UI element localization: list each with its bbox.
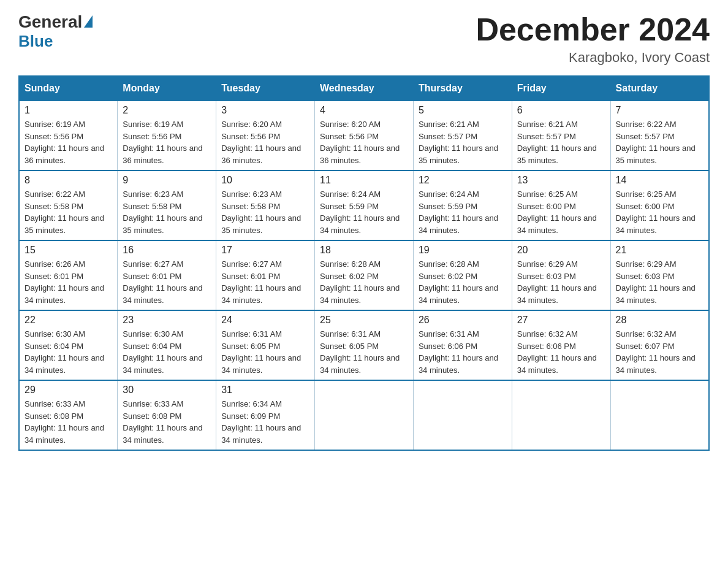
calendar-cell bbox=[610, 380, 709, 450]
calendar-cell: 21 Sunrise: 6:29 AM Sunset: 6:03 PM Dayl… bbox=[610, 240, 709, 310]
day-info: Sunrise: 6:30 AM Sunset: 6:04 PM Dayligh… bbox=[25, 328, 112, 376]
calendar-cell: 26 Sunrise: 6:31 AM Sunset: 6:06 PM Dayl… bbox=[413, 310, 512, 380]
day-info: Sunrise: 6:27 AM Sunset: 6:01 PM Dayligh… bbox=[221, 258, 309, 306]
calendar-cell: 11 Sunrise: 6:24 AM Sunset: 5:59 PM Dayl… bbox=[315, 170, 414, 240]
day-info: Sunrise: 6:32 AM Sunset: 6:07 PM Dayligh… bbox=[616, 328, 703, 376]
day-info: Sunrise: 6:24 AM Sunset: 5:59 PM Dayligh… bbox=[419, 188, 507, 236]
calendar-cell: 15 Sunrise: 6:26 AM Sunset: 6:01 PM Dayl… bbox=[19, 240, 118, 310]
day-of-week-header: Thursday bbox=[413, 76, 512, 101]
day-number: 25 bbox=[320, 315, 408, 326]
day-info: Sunrise: 6:19 AM Sunset: 5:56 PM Dayligh… bbox=[25, 118, 112, 166]
calendar-cell: 4 Sunrise: 6:20 AM Sunset: 5:56 PM Dayli… bbox=[315, 101, 414, 170]
calendar-week-row: 22 Sunrise: 6:30 AM Sunset: 6:04 PM Dayl… bbox=[19, 310, 709, 380]
day-info: Sunrise: 6:32 AM Sunset: 6:06 PM Dayligh… bbox=[517, 328, 605, 376]
day-number: 11 bbox=[320, 175, 408, 186]
day-number: 10 bbox=[221, 175, 309, 186]
logo-triangle-icon bbox=[84, 15, 93, 28]
calendar-cell: 12 Sunrise: 6:24 AM Sunset: 5:59 PM Dayl… bbox=[413, 170, 512, 240]
calendar-cell bbox=[413, 380, 512, 450]
calendar-cell: 17 Sunrise: 6:27 AM Sunset: 6:01 PM Dayl… bbox=[216, 240, 315, 310]
calendar-cell: 28 Sunrise: 6:32 AM Sunset: 6:07 PM Dayl… bbox=[610, 310, 709, 380]
day-number: 28 bbox=[616, 315, 703, 326]
day-number: 13 bbox=[517, 175, 605, 186]
day-info: Sunrise: 6:23 AM Sunset: 5:58 PM Dayligh… bbox=[221, 188, 309, 236]
day-info: Sunrise: 6:24 AM Sunset: 5:59 PM Dayligh… bbox=[320, 188, 408, 236]
day-info: Sunrise: 6:21 AM Sunset: 5:57 PM Dayligh… bbox=[517, 118, 605, 166]
calendar-cell: 20 Sunrise: 6:29 AM Sunset: 6:03 PM Dayl… bbox=[512, 240, 610, 310]
day-of-week-header: Friday bbox=[512, 76, 610, 101]
calendar-cell: 30 Sunrise: 6:33 AM Sunset: 6:08 PM Dayl… bbox=[118, 380, 216, 450]
day-number: 24 bbox=[221, 315, 309, 326]
logo-general-text: General bbox=[18, 12, 82, 32]
calendar-table: SundayMondayTuesdayWednesdayThursdayFrid… bbox=[18, 75, 710, 451]
calendar-cell: 29 Sunrise: 6:33 AM Sunset: 6:08 PM Dayl… bbox=[19, 380, 118, 450]
day-of-week-header: Saturday bbox=[610, 76, 709, 101]
title-area: December 2024 Karagboko, Ivory Coast bbox=[476, 12, 710, 66]
day-number: 21 bbox=[616, 245, 703, 256]
day-number: 9 bbox=[123, 175, 211, 186]
calendar-cell bbox=[512, 380, 610, 450]
calendar-cell: 16 Sunrise: 6:27 AM Sunset: 6:01 PM Dayl… bbox=[118, 240, 216, 310]
day-info: Sunrise: 6:22 AM Sunset: 5:58 PM Dayligh… bbox=[25, 188, 112, 236]
day-number: 26 bbox=[419, 315, 507, 326]
calendar-week-row: 1 Sunrise: 6:19 AM Sunset: 5:56 PM Dayli… bbox=[19, 101, 709, 170]
calendar-cell: 25 Sunrise: 6:31 AM Sunset: 6:05 PM Dayl… bbox=[315, 310, 414, 380]
month-title: December 2024 bbox=[476, 12, 710, 47]
day-number: 18 bbox=[320, 245, 408, 256]
day-number: 20 bbox=[517, 245, 605, 256]
calendar-cell: 5 Sunrise: 6:21 AM Sunset: 5:57 PM Dayli… bbox=[413, 101, 512, 170]
calendar-cell: 27 Sunrise: 6:32 AM Sunset: 6:06 PM Dayl… bbox=[512, 310, 610, 380]
day-info: Sunrise: 6:34 AM Sunset: 6:09 PM Dayligh… bbox=[221, 398, 309, 446]
calendar-cell: 2 Sunrise: 6:19 AM Sunset: 5:56 PM Dayli… bbox=[118, 101, 216, 170]
calendar-week-row: 15 Sunrise: 6:26 AM Sunset: 6:01 PM Dayl… bbox=[19, 240, 709, 310]
day-number: 12 bbox=[419, 175, 507, 186]
day-info: Sunrise: 6:29 AM Sunset: 6:03 PM Dayligh… bbox=[517, 258, 605, 306]
day-info: Sunrise: 6:25 AM Sunset: 6:00 PM Dayligh… bbox=[616, 188, 703, 236]
day-info: Sunrise: 6:31 AM Sunset: 6:06 PM Dayligh… bbox=[419, 328, 507, 376]
day-number: 4 bbox=[320, 105, 408, 116]
day-number: 1 bbox=[25, 105, 112, 116]
calendar-week-row: 29 Sunrise: 6:33 AM Sunset: 6:08 PM Dayl… bbox=[19, 380, 709, 450]
location-subtitle: Karagboko, Ivory Coast bbox=[476, 50, 710, 66]
calendar-week-row: 8 Sunrise: 6:22 AM Sunset: 5:58 PM Dayli… bbox=[19, 170, 709, 240]
day-info: Sunrise: 6:20 AM Sunset: 5:56 PM Dayligh… bbox=[320, 118, 408, 166]
calendar-cell bbox=[315, 380, 414, 450]
day-number: 27 bbox=[517, 315, 605, 326]
calendar-cell: 19 Sunrise: 6:28 AM Sunset: 6:02 PM Dayl… bbox=[413, 240, 512, 310]
day-info: Sunrise: 6:23 AM Sunset: 5:58 PM Dayligh… bbox=[123, 188, 211, 236]
calendar-cell: 6 Sunrise: 6:21 AM Sunset: 5:57 PM Dayli… bbox=[512, 101, 610, 170]
calendar-cell: 9 Sunrise: 6:23 AM Sunset: 5:58 PM Dayli… bbox=[118, 170, 216, 240]
calendar-cell: 10 Sunrise: 6:23 AM Sunset: 5:58 PM Dayl… bbox=[216, 170, 315, 240]
day-number: 14 bbox=[616, 175, 703, 186]
day-number: 22 bbox=[25, 315, 112, 326]
day-number: 30 bbox=[123, 385, 211, 396]
day-number: 29 bbox=[25, 385, 112, 396]
day-number: 7 bbox=[616, 105, 703, 116]
calendar-cell: 22 Sunrise: 6:30 AM Sunset: 6:04 PM Dayl… bbox=[19, 310, 118, 380]
calendar-cell: 24 Sunrise: 6:31 AM Sunset: 6:05 PM Dayl… bbox=[216, 310, 315, 380]
day-number: 2 bbox=[123, 105, 211, 116]
day-info: Sunrise: 6:28 AM Sunset: 6:02 PM Dayligh… bbox=[419, 258, 507, 306]
day-number: 15 bbox=[25, 245, 112, 256]
day-number: 6 bbox=[517, 105, 605, 116]
day-of-week-header: Tuesday bbox=[216, 76, 315, 101]
day-info: Sunrise: 6:30 AM Sunset: 6:04 PM Dayligh… bbox=[123, 328, 211, 376]
day-info: Sunrise: 6:22 AM Sunset: 5:57 PM Dayligh… bbox=[616, 118, 703, 166]
calendar-cell: 3 Sunrise: 6:20 AM Sunset: 5:56 PM Dayli… bbox=[216, 101, 315, 170]
calendar-cell: 13 Sunrise: 6:25 AM Sunset: 6:00 PM Dayl… bbox=[512, 170, 610, 240]
day-info: Sunrise: 6:33 AM Sunset: 6:08 PM Dayligh… bbox=[25, 398, 112, 446]
calendar-cell: 1 Sunrise: 6:19 AM Sunset: 5:56 PM Dayli… bbox=[19, 101, 118, 170]
calendar-header-row: SundayMondayTuesdayWednesdayThursdayFrid… bbox=[19, 76, 709, 101]
day-info: Sunrise: 6:31 AM Sunset: 6:05 PM Dayligh… bbox=[320, 328, 408, 376]
day-info: Sunrise: 6:29 AM Sunset: 6:03 PM Dayligh… bbox=[616, 258, 703, 306]
day-info: Sunrise: 6:19 AM Sunset: 5:56 PM Dayligh… bbox=[123, 118, 211, 166]
day-info: Sunrise: 6:21 AM Sunset: 5:57 PM Dayligh… bbox=[419, 118, 507, 166]
calendar-cell: 8 Sunrise: 6:22 AM Sunset: 5:58 PM Dayli… bbox=[19, 170, 118, 240]
day-info: Sunrise: 6:27 AM Sunset: 6:01 PM Dayligh… bbox=[123, 258, 211, 306]
calendar-cell: 7 Sunrise: 6:22 AM Sunset: 5:57 PM Dayli… bbox=[610, 101, 709, 170]
calendar-cell: 31 Sunrise: 6:34 AM Sunset: 6:09 PM Dayl… bbox=[216, 380, 315, 450]
day-number: 19 bbox=[419, 245, 507, 256]
calendar-cell: 23 Sunrise: 6:30 AM Sunset: 6:04 PM Dayl… bbox=[118, 310, 216, 380]
calendar-cell: 18 Sunrise: 6:28 AM Sunset: 6:02 PM Dayl… bbox=[315, 240, 414, 310]
day-number: 5 bbox=[419, 105, 507, 116]
